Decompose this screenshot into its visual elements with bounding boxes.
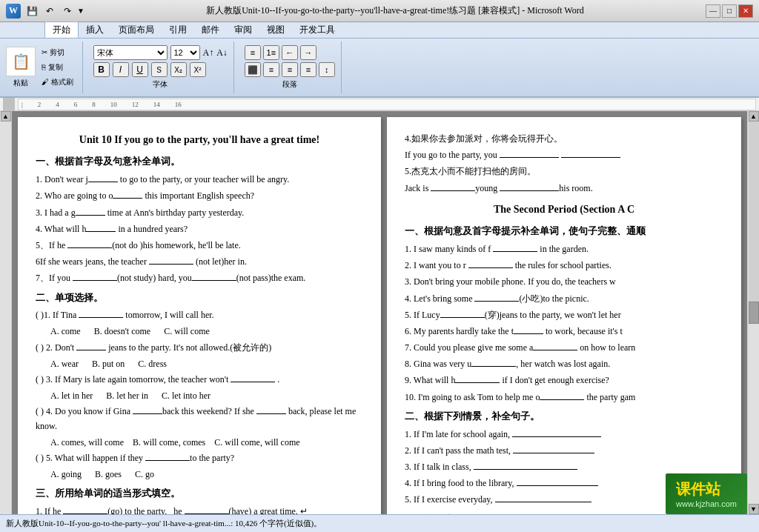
- tab-developer[interactable]: 开发工具: [292, 22, 342, 38]
- font-size-select[interactable]: 12: [170, 45, 200, 60]
- scroll-thumb[interactable]: [749, 302, 759, 324]
- unit-title: Unit 10 If you go to the party, you'll h…: [36, 132, 363, 148]
- watermark: 课件站 www.kjzhan.com: [666, 473, 747, 514]
- ribbon-content: 📋 粘贴 ✂ 剪切 ⎘ 复制 🖌 格式刷 宋体 12 A↑ A↓ B I U S: [0, 39, 759, 98]
- quick-access-toolbar: 💾 ↶ ↷ ▼: [24, 3, 84, 19]
- paste-button[interactable]: 📋: [6, 47, 36, 76]
- italic-button[interactable]: I: [113, 62, 129, 77]
- strikethrough-button[interactable]: S: [151, 62, 168, 77]
- s3-line1: 1. If he (go) to the party, he (have) a …: [36, 505, 363, 514]
- main-area: ▲ Unit 10 If you go to the party, you'll…: [0, 111, 759, 514]
- toolbar-dropdown[interactable]: ▼: [77, 7, 84, 15]
- scroll-up-btn[interactable]: ▲: [749, 111, 759, 122]
- q4: ( ) 4. Do you know if Gina back this wee…: [36, 405, 363, 450]
- r-s2-2: 2. If I can't pass the math test,: [405, 444, 723, 458]
- minimize-button[interactable]: —: [706, 4, 720, 18]
- font-shrink-button[interactable]: A↓: [216, 47, 228, 59]
- tab-reference[interactable]: 引用: [162, 22, 194, 38]
- tab-layout[interactable]: 页面布局: [111, 22, 162, 38]
- underline-button[interactable]: U: [132, 62, 148, 77]
- numbering-button[interactable]: 1≡: [263, 45, 279, 60]
- section1-line1: 1. Don't wear j to go to the party, or y…: [36, 173, 363, 187]
- ruler-marks: |246810121416: [18, 99, 756, 110]
- section1-line4: 4. What will h in a hundred years?: [36, 222, 363, 236]
- r-s1-8: 8. Gina was very u, her watch was lost a…: [405, 357, 723, 371]
- right-section1-title: 一、根据句意及首字母提示补全单词，使句子完整、通顺: [405, 224, 723, 239]
- font-style-row: B I U S X₂ X²: [93, 62, 228, 77]
- section1-line3: 3. I had a g time at Ann's birthday part…: [36, 206, 363, 220]
- redo-button[interactable]: ↷: [59, 3, 76, 19]
- font-group: 宋体 12 A↑ A↓ B I U S X₂ X² 字体: [87, 41, 234, 93]
- list-row: ≡ 1≡ ← →: [245, 45, 335, 60]
- document-area: Unit 10 If you go to the party, you'll h…: [12, 111, 747, 514]
- align-justify-button[interactable]: ≡: [300, 62, 316, 77]
- watermark-url: www.kjzhan.com: [676, 499, 737, 508]
- indent-decrease-button[interactable]: ←: [282, 45, 298, 60]
- r-s1-4: 4. Let's bring some (小吃)to the picnic.: [405, 292, 723, 306]
- right-line5-en: Jack is young his room.: [405, 182, 723, 196]
- font-name-select[interactable]: 宋体: [93, 45, 168, 60]
- superscript-button[interactable]: X²: [190, 62, 206, 77]
- align-left-button[interactable]: ⬛: [245, 62, 261, 77]
- bold-button[interactable]: B: [93, 62, 110, 77]
- r-s1-5: 5. If Lucy(穿)jeans to the party, we won'…: [405, 308, 723, 322]
- close-button[interactable]: ✕: [738, 4, 753, 18]
- section1-line2: 2. Who are going to o this important Eng…: [36, 189, 363, 203]
- section3-title: 三、所用给单词的适当形式填空。: [36, 486, 363, 502]
- scroll-track[interactable]: [749, 122, 759, 302]
- second-period-title: The Second Period (Section A C: [405, 202, 723, 218]
- paragraph-group: ≡ 1≡ ← → ⬛ ≡ ≡ ≡ ↕ 段落: [239, 41, 342, 93]
- q4-options: A. comes, will come B. will come, comes …: [50, 436, 363, 450]
- format-painter-button[interactable]: 🖌 格式刷: [39, 76, 76, 89]
- scroll-down-btn[interactable]: ▼: [749, 504, 759, 514]
- right-line4-en: If you go to the party, you: [405, 148, 723, 162]
- window-controls[interactable]: — □ ✕: [706, 4, 753, 18]
- left-scrollbar[interactable]: ▲: [0, 111, 12, 514]
- align-row: ⬛ ≡ ≡ ≡ ↕: [245, 62, 335, 77]
- status-text: 新人教版Unit-10--If-you-go-to-the-party--you…: [6, 518, 322, 529]
- q2-options: A. wear B. put on C. dress: [50, 357, 363, 371]
- ruler: |246810121416: [0, 98, 759, 111]
- font-grow-button[interactable]: A↑: [203, 47, 214, 59]
- tab-review[interactable]: 审阅: [227, 22, 259, 38]
- r-s1-9: 9. What will h if I don't get enough exe…: [405, 373, 723, 388]
- title-bar: W 💾 ↶ ↷ ▼ 新人教版Unit-10--If-you-go-to-the-…: [0, 0, 759, 22]
- paste-label: 粘贴: [13, 78, 28, 88]
- tab-start[interactable]: 开始: [44, 21, 79, 38]
- r-s1-3: 3. Don't bring your mobile phone. If you…: [405, 275, 723, 289]
- bullets-button[interactable]: ≡: [245, 45, 261, 60]
- cut-copy-group: ✂ 剪切 ⎘ 复制 🖌 格式刷: [39, 46, 76, 89]
- paragraph-group-label: 段落: [245, 79, 335, 90]
- r-s2-3: 3. If I talk in class,: [405, 460, 723, 474]
- left-page: Unit 10 If you go to the party, you'll h…: [18, 117, 381, 514]
- subscript-button[interactable]: X₂: [170, 62, 187, 77]
- font-name-row: 宋体 12 A↑ A↓: [93, 45, 228, 60]
- right-scrollbar[interactable]: ▲ ▼: [747, 111, 759, 514]
- indent-increase-button[interactable]: →: [300, 45, 316, 60]
- align-center-button[interactable]: ≡: [263, 62, 279, 77]
- window-title: 新人教版Unit-10--If-you-go-to-the-party--you…: [84, 4, 706, 17]
- r-s1-1: 1. I saw many kinds of f in the garden.: [405, 242, 723, 256]
- app-icon: W: [6, 4, 21, 19]
- watermark-main: 课件站: [676, 479, 737, 499]
- q3: ( ) 3. If Mary is late again tomorrow, t…: [36, 373, 363, 403]
- r-s1-10: 10. I'm going to ask Tom to help me o th…: [405, 390, 723, 405]
- tab-mail[interactable]: 邮件: [194, 22, 227, 38]
- section1-line5: 5、If he (not do )his homework, he'll be …: [36, 239, 363, 253]
- save-button[interactable]: 💾: [24, 3, 40, 19]
- r-s1-2: 2. I want you to r the rules for school …: [405, 259, 723, 273]
- scroll-track-2: [749, 324, 759, 504]
- tab-view[interactable]: 视图: [259, 22, 292, 38]
- align-right-button[interactable]: ≡: [282, 62, 298, 77]
- restore-button[interactable]: □: [722, 4, 737, 18]
- copy-button[interactable]: ⎘ 复制: [39, 61, 76, 74]
- cut-button[interactable]: ✂ 剪切: [39, 46, 76, 59]
- r-s2-1: 1. If I'm late for school again,: [405, 428, 723, 442]
- scroll-up-button[interactable]: ▲: [1, 111, 11, 122]
- r-s1-6: 6. My parents hardly take the t to work,…: [405, 325, 723, 339]
- line-spacing-button[interactable]: ↕: [319, 62, 335, 77]
- q3-options: A. let in her B. let her in C. let into …: [50, 389, 363, 403]
- tab-insert[interactable]: 插入: [79, 22, 111, 38]
- paste-btn-group: 📋 粘贴: [6, 47, 36, 88]
- undo-button[interactable]: ↶: [42, 3, 58, 19]
